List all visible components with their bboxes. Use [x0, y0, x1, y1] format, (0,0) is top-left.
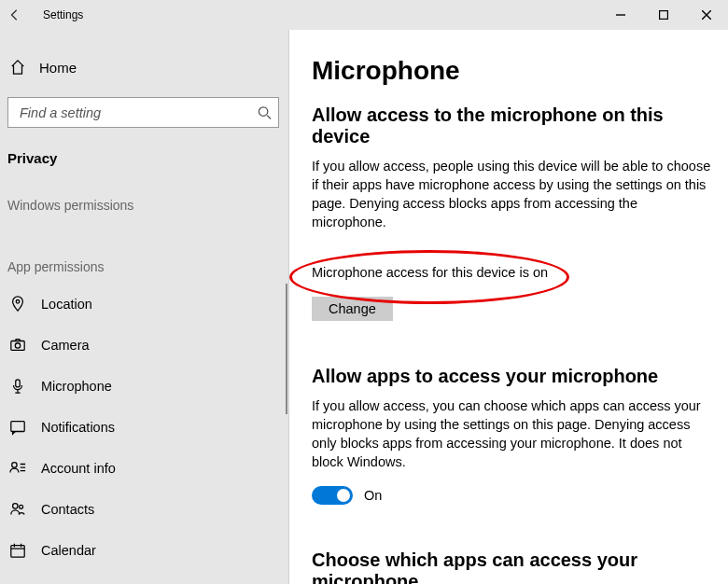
- location-icon: [9, 296, 26, 313]
- minimize-icon: [616, 10, 625, 20]
- change-button[interactable]: Change: [312, 297, 393, 321]
- nav-item-contacts[interactable]: Contacts: [0, 489, 288, 530]
- nav-item-microphone[interactable]: Microphone: [0, 366, 288, 407]
- microphone-icon: [9, 378, 26, 395]
- contacts-icon: [9, 501, 26, 518]
- svg-rect-3: [11, 341, 24, 351]
- maximize-icon: [659, 10, 668, 20]
- nav-item-label: Camera: [41, 338, 90, 353]
- mic-access-status: Microphone access for this device is on: [312, 265, 548, 280]
- close-icon: [702, 10, 711, 20]
- svg-point-4: [15, 343, 20, 348]
- search-input[interactable]: [7, 97, 279, 128]
- search-box[interactable]: [7, 97, 279, 128]
- account-info-icon: [9, 460, 26, 477]
- app-title: Settings: [43, 8, 83, 21]
- svg-point-9: [20, 505, 23, 508]
- svg-rect-5: [16, 380, 21, 387]
- window-controls: [599, 0, 728, 30]
- svg-point-7: [12, 463, 17, 467]
- section-body-access-device: If you allow access, people using this d…: [312, 157, 713, 231]
- svg-point-8: [13, 504, 18, 508]
- nav-item-label: Notifications: [41, 420, 115, 435]
- title-bar: Settings: [0, 0, 728, 30]
- nav-item-label: Contacts: [41, 502, 94, 517]
- nav-group-windows-permissions: Windows permissions: [0, 177, 288, 222]
- toggle-label: On: [364, 488, 382, 503]
- svg-rect-10: [11, 546, 24, 558]
- nav-item-location[interactable]: Location: [0, 284, 288, 325]
- content-pane: Microphone Allow access to the microphon…: [289, 30, 728, 584]
- toggle-knob: [337, 489, 350, 502]
- nav-item-label: Calendar: [41, 543, 96, 558]
- home-button[interactable]: Home: [0, 49, 288, 86]
- nav-item-camera[interactable]: Camera: [0, 325, 288, 366]
- section-title-choose-apps: Choose which apps can access your microp…: [312, 549, 719, 584]
- nav-group-app-permissions: App permissions: [0, 222, 288, 284]
- notifications-icon: [9, 419, 26, 436]
- section-title-allow-apps: Allow apps to access your microphone: [312, 366, 719, 387]
- svg-point-2: [16, 300, 20, 304]
- nav-item-notifications[interactable]: Notifications: [0, 407, 288, 448]
- sidebar: Home Privacy Windows permissions App per…: [0, 30, 289, 584]
- nav-item-calendar[interactable]: Calendar: [0, 530, 288, 571]
- page-title: Microphone: [312, 56, 719, 86]
- close-button[interactable]: [685, 0, 728, 30]
- back-button[interactable]: [0, 0, 30, 30]
- maximize-button[interactable]: [642, 0, 685, 30]
- section-body-allow-apps: If you allow access, you can choose whic…: [312, 396, 713, 471]
- nav-header-privacy[interactable]: Privacy: [0, 137, 288, 177]
- nav-item-label: Location: [41, 297, 92, 312]
- home-icon: [9, 59, 26, 76]
- calendar-icon: [9, 542, 26, 559]
- nav-scrollbar[interactable]: [286, 284, 287, 414]
- nav-item-account-info[interactable]: Account info: [0, 448, 288, 489]
- svg-rect-0: [660, 11, 668, 20]
- minimize-button[interactable]: [599, 0, 642, 30]
- allow-apps-toggle[interactable]: [312, 486, 353, 505]
- back-arrow-icon: [8, 8, 21, 21]
- svg-rect-6: [11, 422, 24, 432]
- section-title-access-device: Allow access to the microphone on this d…: [312, 104, 719, 147]
- camera-icon: [9, 337, 26, 354]
- nav-item-label: Account info: [41, 461, 116, 476]
- allow-apps-toggle-row: On: [312, 486, 719, 505]
- nav-list: Location Camera Microphone Notifications…: [0, 284, 288, 584]
- nav-item-label: Microphone: [41, 379, 112, 394]
- home-label: Home: [39, 60, 77, 76]
